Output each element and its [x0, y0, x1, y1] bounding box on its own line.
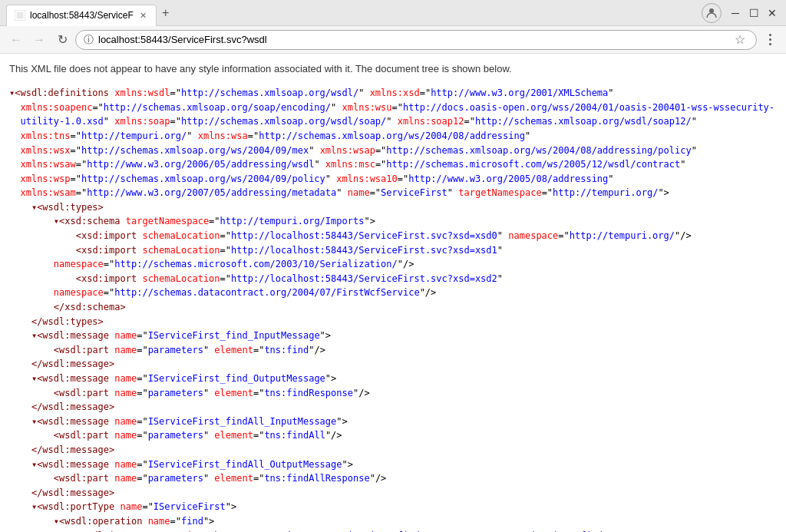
- address-input[interactable]: [98, 34, 727, 45]
- address-bar-wrapper: ⓘ ☆: [75, 30, 757, 50]
- minimize-button[interactable]: ─: [728, 5, 743, 21]
- page-content: This XML file does not appear to have an…: [0, 54, 786, 532]
- refresh-button[interactable]: ↻: [52, 30, 72, 50]
- tab-title: localhost:58443/ServiceF: [30, 10, 134, 21]
- xml-tree: ▾<wsdl:definitions xmlns:wsdl="http://sc…: [9, 86, 777, 532]
- tab-close-button[interactable]: ✕: [138, 11, 148, 21]
- menu-dot-2: [769, 38, 771, 41]
- restore-button[interactable]: ☐: [746, 5, 761, 21]
- svg-point-1: [709, 8, 714, 13]
- tab-favicon: [15, 10, 25, 21]
- forward-button[interactable]: →: [29, 30, 49, 50]
- xml-value-xmlns-wsdl: http://schemas.xmlsoap.org/wsdl/: [181, 88, 358, 98]
- browser-tab[interactable]: localhost:58443/ServiceF ✕: [6, 5, 157, 26]
- xml-info-message: This XML file does not appear to have an…: [9, 61, 777, 77]
- forward-icon: →: [33, 33, 45, 47]
- navbar: ← → ↻ ⓘ ☆: [0, 26, 786, 54]
- close-button[interactable]: ✕: [765, 5, 780, 21]
- titlebar: localhost:58443/ServiceF ✕ + ─ ☐ ✕: [0, 0, 786, 26]
- xml-attr-xmlns-wsdl: xmlns:wsdl: [114, 88, 170, 98]
- new-tab-button[interactable]: +: [157, 4, 175, 22]
- chrome-menu-button[interactable]: [760, 30, 780, 50]
- bookmark-button[interactable]: ☆: [732, 31, 748, 48]
- profile-button[interactable]: [702, 3, 722, 23]
- refresh-icon: ↻: [58, 32, 68, 47]
- menu-dot-3: [769, 43, 771, 45]
- window-controls: ─ ☐ ✕: [728, 5, 780, 21]
- profile-icon: [705, 7, 718, 19]
- lock-icon: ⓘ: [84, 33, 94, 47]
- tab-bar: localhost:58443/ServiceF ✕ +: [6, 0, 702, 25]
- xml-tag-definitions-open: ▾<wsdl:definitions: [9, 88, 114, 98]
- menu-dot-1: [769, 34, 771, 36]
- back-button[interactable]: ←: [6, 30, 26, 50]
- back-icon: ←: [10, 33, 22, 47]
